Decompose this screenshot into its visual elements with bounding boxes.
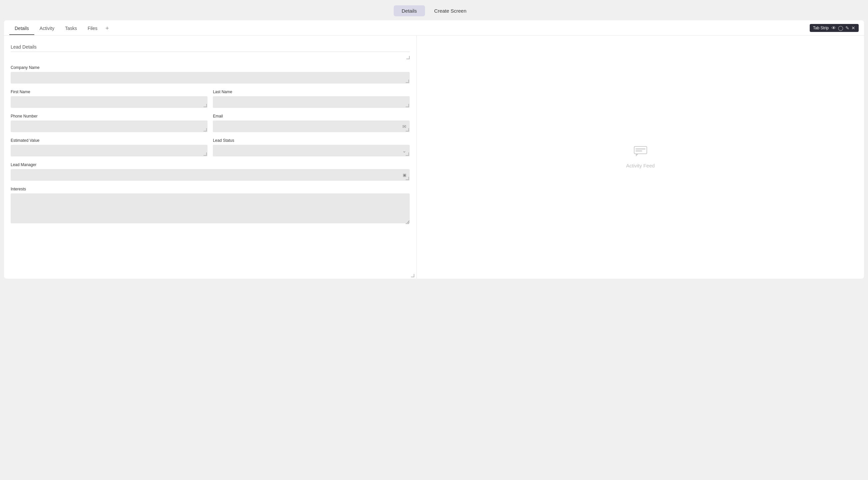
tab-strip-badge-icons: 👁 ◯ ✎ ✕ bbox=[831, 25, 855, 31]
phone-number-wrapper bbox=[11, 121, 208, 132]
value-status-row: Estimated Value AU$ Lead Status ⌄ bbox=[11, 138, 410, 162]
contact-row: Phone Number Email ✉ bbox=[11, 114, 410, 138]
company-resize bbox=[406, 79, 409, 83]
panel-resize-handle[interactable] bbox=[411, 274, 414, 277]
tab-details[interactable]: Details bbox=[9, 21, 34, 35]
name-row: First Name Last Name bbox=[11, 90, 410, 114]
company-name-group: Company Name bbox=[11, 65, 410, 84]
details-top-btn[interactable]: Details bbox=[394, 5, 425, 16]
interests-label: Interests bbox=[11, 187, 410, 191]
lead-manager-resize bbox=[406, 177, 409, 180]
last-name-input[interactable] bbox=[213, 96, 410, 108]
last-name-resize bbox=[406, 104, 409, 107]
interests-resize bbox=[406, 221, 409, 224]
activity-feed-label: Activity Feed bbox=[626, 163, 655, 168]
lead-manager-input[interactable] bbox=[11, 169, 410, 181]
last-name-wrapper bbox=[213, 96, 410, 108]
email-label: Email bbox=[213, 114, 410, 119]
section-title-input[interactable] bbox=[11, 42, 410, 52]
first-name-wrapper bbox=[11, 96, 208, 108]
circle-icon[interactable]: ◯ bbox=[838, 25, 843, 31]
last-name-label: Last Name bbox=[213, 90, 410, 94]
tab-activity[interactable]: Activity bbox=[34, 21, 60, 35]
email-resize bbox=[406, 128, 409, 131]
last-name-group: Last Name bbox=[213, 90, 410, 108]
top-bar: Details Create Screen bbox=[0, 0, 868, 20]
left-panel: Company Name First Name Last Name bbox=[4, 36, 417, 279]
activity-feed-container: Activity Feed bbox=[626, 146, 655, 168]
eye-icon[interactable]: 👁 bbox=[831, 25, 836, 31]
lead-status-group: Lead Status ⌄ bbox=[213, 138, 410, 156]
email-group: Email ✉ bbox=[213, 114, 410, 132]
create-screen-btn[interactable]: Create Screen bbox=[426, 5, 475, 16]
svg-rect-1 bbox=[636, 149, 646, 150]
tab-strip-badge-label: Tab Strip bbox=[813, 26, 829, 30]
tab-files[interactable]: Files bbox=[82, 21, 103, 35]
company-name-wrapper bbox=[11, 72, 410, 84]
svg-rect-0 bbox=[634, 147, 647, 154]
activity-feed-icon bbox=[634, 146, 647, 159]
tab-strip-badge: Tab Strip 👁 ◯ ✎ ✕ bbox=[810, 24, 859, 32]
first-name-resize bbox=[204, 104, 207, 107]
phone-number-group: Phone Number bbox=[11, 114, 208, 132]
right-panel: Activity Feed bbox=[417, 36, 864, 279]
lead-manager-wrapper: ▣ bbox=[11, 169, 410, 181]
company-name-label: Company Name bbox=[11, 65, 410, 70]
email-wrapper: ✉ bbox=[213, 121, 410, 132]
resize-handle[interactable] bbox=[406, 56, 410, 59]
company-name-input[interactable] bbox=[11, 72, 410, 84]
estimated-value-label: Estimated Value bbox=[11, 138, 208, 143]
lead-manager-label: Lead Manager bbox=[11, 162, 410, 167]
phone-number-label: Phone Number bbox=[11, 114, 208, 119]
lead-status-label: Lead Status bbox=[213, 138, 410, 143]
lead-status-wrapper: ⌄ bbox=[213, 145, 410, 156]
estimated-value-group: Estimated Value AU$ bbox=[11, 138, 208, 156]
first-name-group: First Name bbox=[11, 90, 208, 108]
estimated-value-input[interactable] bbox=[11, 145, 208, 156]
interests-textarea[interactable] bbox=[11, 193, 410, 223]
interests-wrapper bbox=[11, 193, 410, 225]
tab-tasks[interactable]: Tasks bbox=[60, 21, 82, 35]
phone-resize bbox=[204, 128, 207, 131]
edit-icon[interactable]: ✎ bbox=[845, 25, 849, 31]
interests-group: Interests bbox=[11, 187, 410, 225]
first-name-label: First Name bbox=[11, 90, 208, 94]
section-resize bbox=[11, 56, 410, 59]
status-resize bbox=[406, 153, 409, 156]
estimated-value-wrapper: AU$ bbox=[11, 145, 208, 156]
lead-status-select[interactable] bbox=[213, 145, 410, 156]
tab-add-btn[interactable]: + bbox=[103, 20, 112, 35]
svg-rect-2 bbox=[636, 151, 642, 152]
phone-number-input[interactable] bbox=[11, 121, 208, 132]
first-name-input[interactable] bbox=[11, 96, 208, 108]
panels: Company Name First Name Last Name bbox=[4, 36, 864, 279]
section-title-group bbox=[11, 42, 410, 59]
estimated-resize bbox=[204, 153, 207, 156]
close-icon[interactable]: ✕ bbox=[851, 25, 855, 31]
lead-manager-group: Lead Manager ▣ bbox=[11, 162, 410, 181]
main-container: Details Activity Tasks Files + Tab Strip… bbox=[4, 20, 864, 279]
email-input[interactable] bbox=[213, 121, 410, 132]
tab-strip-header: Details Activity Tasks Files + Tab Strip… bbox=[4, 20, 864, 36]
